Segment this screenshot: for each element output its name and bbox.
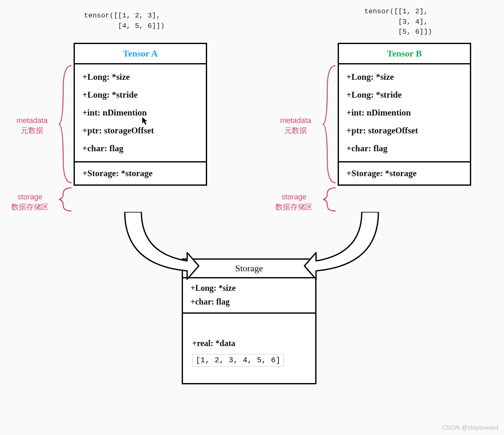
anno-storage-label: storage: [17, 193, 42, 201]
field-flag: +char: flag: [346, 143, 462, 154]
anno-metadata-sub: 元数据: [21, 126, 43, 135]
field-stride: +Long: *stride: [346, 90, 462, 100]
field-storage-ptr: +Storage: *storage: [346, 168, 462, 179]
brace-metadata-b: [321, 64, 338, 184]
field-offset: +ptr: storageOffset: [346, 125, 462, 136]
brace-metadata-a: [57, 64, 74, 184]
anno-metadata-a: metadata 元数据: [9, 116, 55, 136]
anno-storage-b: storage 数据存储区: [269, 192, 319, 212]
storage-field-size: +Long: *size: [190, 283, 308, 293]
field-ndim: +int: nDimention: [346, 108, 462, 118]
anno-metadata-label: metadata: [280, 116, 311, 125]
tensor-b-box: Tensor B +Long: *size +Long: *stride +in…: [338, 43, 471, 186]
field-stride: +Long: *stride: [82, 90, 198, 100]
storage-field-data: +real: *data: [192, 339, 308, 348]
tensor-b-storage-row: +Storage: *storage: [339, 162, 470, 184]
tensor-a-box: Tensor A +Long: *size +Long: *stride +in…: [74, 43, 207, 186]
watermark: CSDN @steptoward: [442, 424, 498, 431]
anno-storage-a: storage 数据存储区: [5, 192, 55, 212]
tensor-b-code: tensor([[1, 2], [3, 4], [5, 6]]): [364, 7, 432, 37]
storage-field-flag: +char: flag: [190, 297, 308, 307]
anno-storage-label: storage: [282, 193, 306, 201]
anno-metadata-label: metadata: [16, 116, 47, 125]
tensor-a-title: Tensor A: [75, 44, 206, 64]
storage-bottom: +real: *data [1, 2, 3, 4, 5, 6]: [183, 314, 315, 383]
anno-metadata-sub: 元数据: [284, 126, 307, 135]
arrow-a-to-storage: [116, 212, 200, 287]
anno-metadata-b: metadata 元数据: [273, 116, 319, 136]
anno-storage-sub: 数据存储区: [275, 203, 313, 211]
brace-storage-b: [321, 186, 338, 213]
anno-storage-sub: 数据存储区: [11, 203, 49, 211]
arrow-b-to-storage: [304, 212, 387, 287]
tensor-a-storage-row: +Storage: *storage: [75, 162, 206, 184]
storage-box: Storage +Long: *size +char: flag +real: …: [182, 258, 316, 384]
tensor-a-code: tensor([[1, 2, 3], [4, 5, 6]]): [84, 11, 165, 31]
storage-top-fields: +Long: *size +char: flag: [183, 278, 315, 314]
field-size: +Long: *size: [82, 72, 198, 82]
storage-title: Storage: [183, 260, 315, 278]
field-size: +Long: *size: [346, 72, 462, 82]
field-storage-ptr: +Storage: *storage: [82, 168, 198, 179]
field-ndim: +int: nDimention: [82, 108, 198, 118]
storage-data-values: [1, 2, 3, 4, 5, 6]: [192, 354, 284, 366]
tensor-b-title: Tensor B: [339, 44, 470, 64]
tensor-a-metadata: +Long: *size +Long: *stride +int: nDimen…: [75, 64, 206, 162]
brace-storage-a: [57, 186, 74, 213]
tensor-b-metadata: +Long: *size +Long: *stride +int: nDimen…: [339, 64, 470, 162]
field-offset: +ptr: storageOffset: [82, 125, 198, 136]
field-flag: +char: flag: [82, 143, 198, 154]
